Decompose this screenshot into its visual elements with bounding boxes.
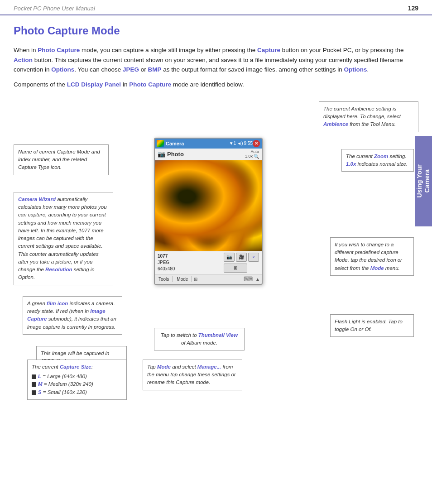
header-page-number: 129: [408, 5, 418, 12]
signal-icon: ▼1: [229, 141, 236, 146]
size-medium: M = Medium (320x 240): [32, 380, 122, 388]
action-link: Action: [14, 57, 33, 63]
callout-name: Name of current Capture Mode and index n…: [14, 144, 109, 175]
grid-icon: ⊞: [194, 277, 197, 282]
windows-icon: [157, 140, 164, 147]
page-container: Pocket PC Phone User Manual 129 Photo Ca…: [0, 0, 432, 504]
zoom-row: 1.0x 🔍: [245, 154, 259, 159]
callout-film: A green film icon indicates a camera-rea…: [23, 296, 122, 335]
mode-icon-video[interactable]: 🎥: [236, 253, 247, 262]
photo-count: 1077: [158, 253, 175, 259]
manage-mode-link: Mode: [157, 364, 171, 370]
main-content: Photo Capture Mode When in Photo Capture…: [0, 15, 432, 409]
photo-format: JPEG: [158, 259, 175, 266]
bmp-link: BMP: [148, 66, 161, 73]
side-tab: Using Your Camera: [415, 136, 432, 226]
page-header: Pocket PC Phone User Manual 129: [0, 0, 432, 15]
callout-flash: Flash Light is enabled. Tap to toggle On…: [330, 314, 414, 337]
callout-wizard: Camera Wizard automatically calculates h…: [14, 192, 113, 285]
flash-text: Flash Light is enabled. Tap to toggle On…: [335, 319, 403, 332]
callout-zoom: The current Zoom setting. 1.0x indicates…: [341, 149, 414, 172]
header-title: Pocket PC Phone User Manual: [14, 5, 95, 12]
lcd-link: LCD Display Panel: [67, 81, 121, 88]
time-display: 9:55: [244, 141, 253, 146]
diagram-area: The current Ambience setting is displaye…: [14, 101, 418, 400]
options-link1: Options: [51, 66, 74, 73]
mode-link: Mode: [370, 265, 384, 271]
components-text: Components of the LCD Display Panel in P…: [14, 81, 418, 88]
zoom-icon: 🔍: [254, 154, 259, 159]
volume-icon: ◄): [237, 141, 243, 146]
ambience-link: Ambience: [323, 121, 348, 127]
camera-mode-icon: 📷: [158, 150, 165, 158]
tools-menu[interactable]: Tools: [157, 276, 171, 282]
options-link2: Options: [344, 66, 367, 73]
size-sq-l: [32, 374, 36, 379]
mode-icon-photo[interactable]: 📷: [224, 253, 235, 262]
phone-title-bar: Camera ▼1 ◄) 9:55 ✕: [155, 139, 262, 149]
photo-resolution: 640x480: [158, 266, 175, 272]
auto-label: Auto: [250, 149, 259, 154]
phone-mode-bar: 📷 Photo Auto 1.0x 🔍: [155, 149, 262, 160]
zoom-word: Zoom: [374, 154, 388, 159]
size-sq-m: [32, 382, 36, 387]
capture-link: Capture: [257, 47, 280, 53]
intro-paragraph: When in Photo Capture mode, you can capt…: [14, 45, 418, 75]
phone-camera-view: [155, 160, 262, 251]
capture-size-link: Capture Size: [60, 364, 91, 370]
callout-capture-size: The current Capture Size: L = Large (640…: [27, 360, 127, 400]
thumbnail-link: Thumbnail View: [198, 332, 238, 338]
phone-info-bar: 1077 JPEG 640x480 📷 🎥 2 ⊞: [155, 251, 262, 274]
mode-left: 📷 Photo: [158, 150, 184, 158]
callout-thumbnail: Tap to switch to Thumbnail View of Album…: [154, 328, 245, 351]
film-icon-label: film icon: [47, 301, 68, 306]
close-button[interactable]: ✕: [253, 140, 260, 147]
size-sq-s: [32, 390, 36, 395]
phone-mockup: Camera ▼1 ◄) 9:55 ✕ 📷 Photo Auto: [154, 138, 263, 285]
wizard-title: Camera Wizard: [18, 197, 56, 202]
page-heading: Photo Capture Mode: [14, 24, 418, 37]
size-small: S = Small (160x 120): [32, 389, 122, 396]
phone-info-left: 1077 JPEG 640x480: [158, 253, 175, 272]
thumbnail-btn[interactable]: ⊞: [224, 264, 247, 273]
jpeg-link: JPEG: [123, 66, 139, 73]
phone-title-icons: ▼1 ◄) 9:55: [229, 141, 253, 146]
phone-toolbar: Tools Mode ⊞ ⌨ ▲: [155, 274, 262, 284]
resolution-link: Resolution: [45, 267, 72, 272]
sunflower-image-overlay: [155, 160, 262, 251]
keyboard-icon[interactable]: ⌨: [244, 275, 253, 283]
zoom-val: 1.0x: [346, 161, 356, 167]
mode-menu[interactable]: Mode: [175, 276, 190, 282]
phone-info-right: 📷 🎥 2 ⊞: [224, 253, 259, 273]
size-s: S: [38, 389, 42, 395]
phone-app-title: Camera: [166, 141, 229, 146]
size-m: M: [38, 381, 43, 387]
zoom-value: 1.0x: [245, 154, 253, 158]
size-title-row: The current Capture Size:: [32, 363, 122, 371]
size-l: L: [38, 374, 41, 379]
size-large: L = Large (640x 480): [32, 373, 122, 380]
photo-capture-link1: Photo Capture: [38, 47, 80, 53]
callout-mode: If you wish to change to a different pre…: [330, 237, 414, 276]
mode-right: Auto 1.0x 🔍: [245, 149, 259, 159]
side-tab-text: Using Your Camera: [416, 164, 431, 197]
callout-manage: Tap Mode and select Manage... from the m…: [143, 360, 242, 390]
manage-link: Manage...: [197, 364, 221, 370]
scroll-icon: ▲: [255, 277, 260, 282]
image-capture-link: Image Capture: [27, 308, 106, 322]
mode-name: Photo: [167, 151, 184, 158]
mode-icon-2[interactable]: 2: [248, 253, 259, 262]
toolbar-separator2: [192, 276, 192, 282]
toolbar-separator: [173, 276, 173, 282]
photo-capture-link2: Photo Capture: [129, 81, 171, 88]
callout-ambience: The current Ambience setting is displaye…: [319, 101, 418, 132]
